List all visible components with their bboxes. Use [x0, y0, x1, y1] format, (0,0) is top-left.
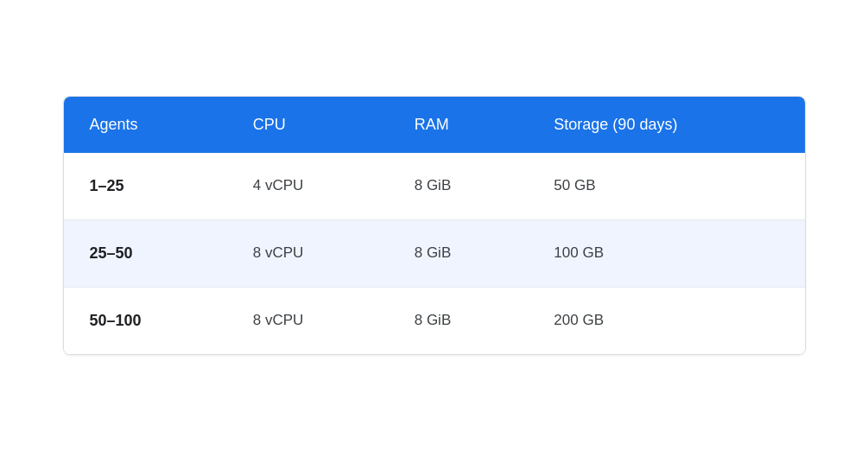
col-header-ram: RAM	[389, 97, 529, 153]
table-row: 25–508 vCPU8 GiB100 GB	[64, 219, 805, 287]
cell-cpu-row1: 8 vCPU	[227, 219, 389, 287]
col-header-agents: Agents	[64, 97, 227, 153]
table-header-row: Agents CPU RAM Storage (90 days)	[64, 97, 805, 153]
col-header-storage: Storage (90 days)	[528, 97, 804, 153]
cell-ram-row0: 8 GiB	[389, 153, 529, 220]
table-row: 50–1008 vCPU8 GiB200 GB	[64, 287, 805, 354]
cell-agents-row1: 25–50	[64, 219, 227, 287]
col-header-cpu: CPU	[227, 97, 389, 153]
cell-agents-row0: 1–25	[64, 153, 227, 220]
cell-cpu-row2: 8 vCPU	[227, 287, 389, 354]
specs-table: Agents CPU RAM Storage (90 days) 1–254 v…	[64, 97, 805, 354]
cell-storage-row2: 200 GB	[528, 287, 804, 354]
table-row: 1–254 vCPU8 GiB50 GB	[64, 153, 805, 220]
cell-cpu-row0: 4 vCPU	[227, 153, 389, 220]
cell-storage-row0: 50 GB	[528, 153, 804, 220]
specs-table-container: Agents CPU RAM Storage (90 days) 1–254 v…	[63, 96, 806, 355]
cell-ram-row1: 8 GiB	[389, 219, 529, 287]
cell-ram-row2: 8 GiB	[389, 287, 529, 354]
cell-storage-row1: 100 GB	[528, 219, 804, 287]
cell-agents-row2: 50–100	[64, 287, 227, 354]
